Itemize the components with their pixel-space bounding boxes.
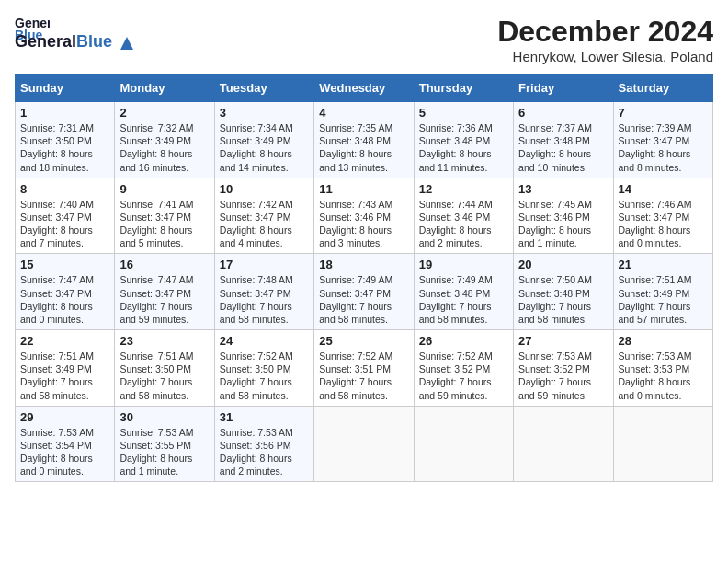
table-row: 11Sunrise: 7:43 AMSunset: 3:46 PMDayligh… <box>314 178 414 254</box>
logo-general: General <box>15 32 76 51</box>
table-row: 15Sunrise: 7:47 AMSunset: 3:47 PMDayligh… <box>16 254 115 330</box>
table-row: 1Sunrise: 7:31 AMSunset: 3:50 PMDaylight… <box>16 102 115 178</box>
col-sunday: Sunday <box>16 75 115 102</box>
table-row: 23Sunrise: 7:51 AMSunset: 3:50 PMDayligh… <box>115 330 214 407</box>
table-row: 26Sunrise: 7:52 AMSunset: 3:52 PMDayligh… <box>414 330 513 407</box>
table-row <box>613 406 712 482</box>
table-row: 13Sunrise: 7:45 AMSunset: 3:46 PMDayligh… <box>514 178 613 254</box>
table-row: 12Sunrise: 7:44 AMSunset: 3:46 PMDayligh… <box>414 178 513 254</box>
table-row: 3Sunrise: 7:34 AMSunset: 3:49 PMDaylight… <box>214 102 313 178</box>
col-tuesday: Tuesday <box>214 75 313 102</box>
table-row: 31Sunrise: 7:53 AMSunset: 3:56 PMDayligh… <box>214 406 313 482</box>
table-row: 10Sunrise: 7:42 AMSunset: 3:47 PMDayligh… <box>214 178 313 254</box>
page-header: General Blue GeneralBlue December 2024 H… <box>15 15 713 64</box>
table-row: 18Sunrise: 7:49 AMSunset: 3:47 PMDayligh… <box>314 254 414 330</box>
location-subtitle: Henrykow, Lower Silesia, Poland <box>497 49 713 64</box>
table-row: 22Sunrise: 7:51 AMSunset: 3:49 PMDayligh… <box>16 330 115 407</box>
table-row: 9Sunrise: 7:41 AMSunset: 3:47 PMDaylight… <box>115 178 214 254</box>
col-wednesday: Wednesday <box>314 75 414 102</box>
table-row: 27Sunrise: 7:53 AMSunset: 3:52 PMDayligh… <box>514 330 613 407</box>
table-row: 8Sunrise: 7:40 AMSunset: 3:47 PMDaylight… <box>16 178 115 254</box>
logo-blue: Blue <box>76 32 112 51</box>
table-row <box>414 406 513 482</box>
table-row: 24Sunrise: 7:52 AMSunset: 3:50 PMDayligh… <box>214 330 313 407</box>
logo-triangle-icon <box>119 35 135 52</box>
table-row <box>314 406 414 482</box>
title-area: December 2024 Henrykow, Lower Silesia, P… <box>497 15 713 64</box>
table-row: 21Sunrise: 7:51 AMSunset: 3:49 PMDayligh… <box>613 254 712 330</box>
month-title: December 2024 <box>497 15 713 49</box>
calendar-table: Sunday Monday Tuesday Wednesday Thursday… <box>15 74 713 482</box>
col-thursday: Thursday <box>414 75 513 102</box>
col-friday: Friday <box>514 75 613 102</box>
table-row: 25Sunrise: 7:52 AMSunset: 3:51 PMDayligh… <box>314 330 414 407</box>
table-row: 5Sunrise: 7:36 AMSunset: 3:48 PMDaylight… <box>414 102 513 178</box>
col-saturday: Saturday <box>613 75 712 102</box>
svg-marker-3 <box>120 37 133 50</box>
table-row: 14Sunrise: 7:46 AMSunset: 3:47 PMDayligh… <box>613 178 712 254</box>
calendar-header-row: Sunday Monday Tuesday Wednesday Thursday… <box>16 75 713 102</box>
table-row: 2Sunrise: 7:32 AMSunset: 3:49 PMDaylight… <box>115 102 214 178</box>
table-row: 20Sunrise: 7:50 AMSunset: 3:48 PMDayligh… <box>514 254 613 330</box>
logo: General Blue GeneralBlue <box>15 15 135 52</box>
table-row: 19Sunrise: 7:49 AMSunset: 3:48 PMDayligh… <box>414 254 513 330</box>
table-row: 30Sunrise: 7:53 AMSunset: 3:55 PMDayligh… <box>115 406 214 482</box>
table-row: 4Sunrise: 7:35 AMSunset: 3:48 PMDaylight… <box>314 102 414 178</box>
table-row: 7Sunrise: 7:39 AMSunset: 3:47 PMDaylight… <box>613 102 712 178</box>
table-row: 29Sunrise: 7:53 AMSunset: 3:54 PMDayligh… <box>16 406 115 482</box>
table-row: 6Sunrise: 7:37 AMSunset: 3:48 PMDaylight… <box>514 102 613 178</box>
col-monday: Monday <box>115 75 214 102</box>
table-row: 28Sunrise: 7:53 AMSunset: 3:53 PMDayligh… <box>613 330 712 407</box>
table-row: 16Sunrise: 7:47 AMSunset: 3:47 PMDayligh… <box>115 254 214 330</box>
table-row <box>514 406 613 482</box>
table-row: 17Sunrise: 7:48 AMSunset: 3:47 PMDayligh… <box>214 254 313 330</box>
